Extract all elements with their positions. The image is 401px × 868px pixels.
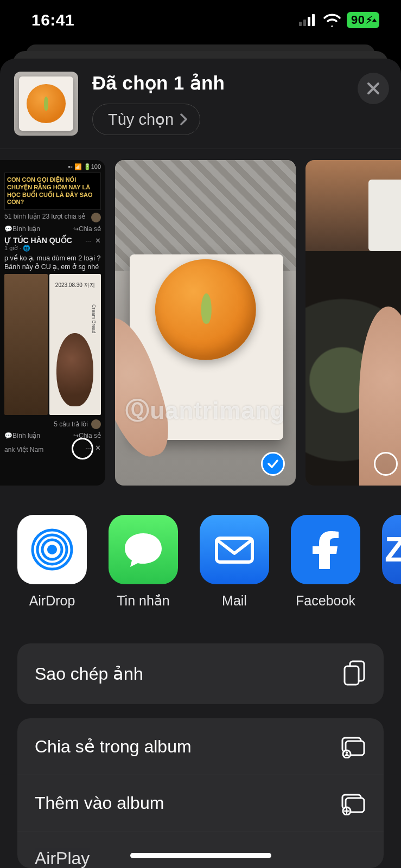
status-right: 90⚡︎: [299, 12, 379, 28]
photo-content: Ⓠuantrimang: [115, 160, 296, 486]
app-label: AirDrop: [29, 593, 75, 609]
share-app-facebook[interactable]: Facebook: [291, 515, 360, 609]
action-label: Sao chép ảnh: [35, 663, 143, 684]
share-app-messages[interactable]: Tin nhắn: [109, 515, 178, 609]
post-text: p về ko ạ, mua dùm em 2 loại ? Bánh này …: [4, 254, 101, 272]
share-app-zalo[interactable]: Z Z: [382, 515, 401, 609]
close-icon: [366, 81, 380, 95]
expiry-date: 2023.08.30 까지: [55, 282, 95, 289]
header-text: Đã chọn 1 ảnh Tùy chọn: [92, 72, 343, 135]
post-stats: 51 bình luận 23 lượt chia sẻ: [4, 213, 85, 222]
action-group-album: Chia sẻ trong album Thêm vào album AirPl…: [17, 718, 384, 868]
app-label: Tin nhắn: [117, 593, 169, 609]
battery-text: 90: [351, 13, 365, 27]
reply-count: 5 câu trả lời: [54, 420, 88, 428]
watermark-text: Ⓠuantrimang: [115, 395, 296, 427]
photo-thumbnail[interactable]: ▪︎▫︎ 📶 🔋100 CON CON GỌI ĐIỆN NÓI CHUYỆN …: [0, 160, 105, 486]
comment-label: Bình luận: [12, 432, 40, 439]
product-label: Cream Bread: [91, 304, 97, 334]
shared-album-icon: [339, 735, 366, 758]
close-button[interactable]: [358, 73, 389, 104]
svg-rect-3: [312, 14, 315, 26]
airdrop-icon: [17, 515, 87, 584]
wifi-icon: [323, 14, 341, 27]
photo-content: [305, 160, 401, 486]
selection-ring-icon[interactable]: [72, 438, 93, 459]
action-group-copy: Sao chép ảnh: [17, 643, 384, 704]
selected-photo-thumbnail: [14, 72, 78, 136]
svg-rect-0: [299, 22, 302, 26]
photo-content: ▪︎▫︎ 📶 🔋100 CON CON GỌI ĐIỆN NÓI CHUYỆN …: [0, 160, 105, 486]
share-app-airdrop[interactable]: AirDrop: [17, 515, 87, 609]
app-label: Mail: [222, 593, 247, 609]
share-label: Chia sẻ: [79, 225, 101, 233]
share-apps-row[interactable]: AirDrop Tin nhắn Mail Facebook Z Z: [0, 495, 401, 626]
sheet-header: Đã chọn 1 ảnh Tùy chọn: [0, 59, 401, 149]
action-label: Chia sẻ trong album: [35, 736, 192, 757]
photo-thumbnail-selected[interactable]: Ⓠuantrimang: [115, 160, 296, 486]
svg-point-13: [346, 751, 348, 754]
mail-icon: [200, 515, 269, 584]
home-indicator[interactable]: [130, 853, 271, 858]
cellular-icon: [299, 14, 317, 26]
options-button[interactable]: Tùy chọn: [92, 104, 200, 135]
svg-rect-2: [308, 17, 310, 26]
zalo-icon: Z: [382, 515, 401, 584]
sheet-title: Đã chọn 1 ảnh: [92, 72, 343, 94]
action-copy-photo[interactable]: Sao chép ảnh: [17, 643, 384, 704]
share-app-mail[interactable]: Mail: [200, 515, 269, 609]
svg-rect-1: [303, 20, 306, 26]
page-name: ank Việt Nam: [4, 446, 43, 454]
svg-rect-9: [345, 666, 359, 685]
app-letter: Z: [385, 529, 401, 570]
action-label: AirPlay: [35, 848, 90, 868]
add-album-icon: [339, 792, 366, 815]
comment-label: Bình luận: [12, 225, 40, 233]
app-label: Facebook: [296, 593, 355, 609]
svg-point-4: [47, 545, 57, 554]
selection-ring-icon[interactable]: [374, 452, 398, 476]
share-sheet: Đã chọn 1 ảnh Tùy chọn ▪︎▫︎ 📶 🔋100 CON C…: [0, 59, 401, 868]
group-name: Ự TÚC HÀN QUỐC: [4, 236, 72, 245]
copy-icon: [342, 660, 366, 688]
post-time: 1 giờ · 🌐: [4, 245, 101, 252]
status-bar: 16:41 90⚡︎: [0, 0, 401, 35]
action-add-to-album[interactable]: Thêm vào album: [17, 775, 384, 832]
messages-icon: [109, 515, 178, 584]
status-time: 16:41: [31, 11, 74, 29]
photo-thumbnail[interactable]: [305, 160, 401, 486]
facebook-icon: [291, 515, 360, 584]
battery-indicator: 90⚡︎: [347, 12, 379, 28]
action-label: Thêm vào album: [35, 793, 164, 813]
action-share-in-album[interactable]: Chia sẻ trong album: [17, 718, 384, 775]
selection-check-icon[interactable]: [261, 452, 285, 476]
options-label: Tùy chọn: [108, 110, 174, 129]
checkmark-icon: [266, 457, 279, 470]
post-banner: CON CON GỌI ĐIỆN NÓI CHUYỆN RẰNG HÔM NAY…: [4, 173, 101, 210]
chevron-right-icon: [180, 113, 188, 125]
photo-selection-strip[interactable]: ▪︎▫︎ 📶 🔋100 CON CON GỌI ĐIỆN NÓI CHUYỆN …: [0, 149, 401, 495]
action-airplay[interactable]: AirPlay: [17, 832, 384, 868]
